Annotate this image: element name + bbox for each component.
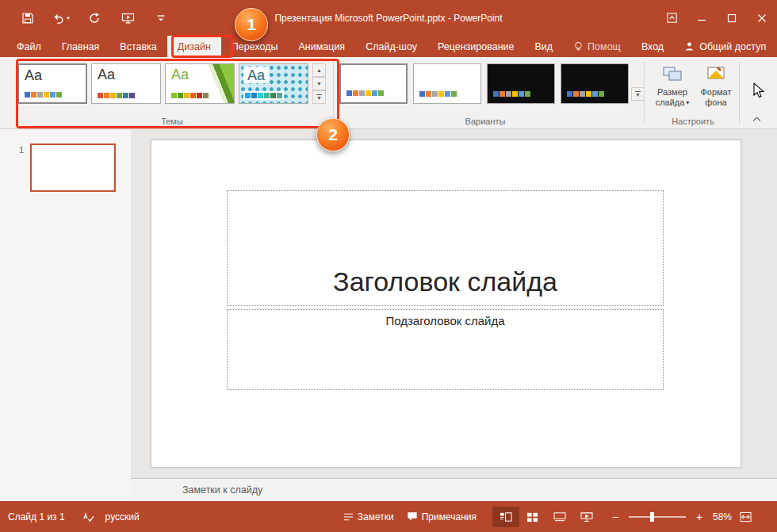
fit-slide-to-window-button[interactable] [740, 511, 752, 522]
zoom-in-button[interactable]: + [692, 511, 706, 523]
variants-group-label: Варианты [339, 117, 631, 126]
tab-view[interactable]: Вид [524, 36, 563, 57]
language-button[interactable]: русский [105, 511, 140, 522]
theme-thumbnail-2[interactable]: Aa [91, 63, 161, 104]
themes-scroll-down-button[interactable]: ▼ [312, 77, 326, 90]
close-icon [757, 13, 767, 23]
title-placeholder-text: Заголовок слайда [333, 266, 557, 297]
maximize-icon [727, 13, 737, 23]
format-background-label-line2: фона [705, 98, 726, 108]
spellcheck-button[interactable] [82, 511, 94, 522]
save-icon [21, 12, 34, 25]
theme-color-swatches [243, 91, 284, 100]
variant-color-swatches [346, 90, 384, 96]
collapse-ribbon-button[interactable] [748, 113, 764, 124]
slide-sorter-view-button[interactable] [519, 507, 546, 527]
normal-view-icon [500, 511, 512, 522]
title-bar: ▾ Презентация Microsoft PowerPoint.pptx … [0, 0, 777, 36]
subtitle-placeholder[interactable]: Подзаголовок слайда [227, 309, 664, 390]
zoom-slider[interactable] [629, 516, 686, 518]
tab-home[interactable]: Главная [52, 36, 110, 57]
slide-counter[interactable]: Слайд 1 из 1 [8, 511, 65, 522]
theme-color-swatches [25, 92, 62, 98]
window-title: Презентация Microsoft PowerPoint.pptx - … [274, 0, 502, 36]
variant-thumbnail-1[interactable] [339, 63, 408, 104]
slide-size-button[interactable]: Размер слайда▾ [651, 62, 694, 121]
slide-size-icon [662, 62, 683, 86]
ribbon-tab-bar: Файл Главная Вставка Дизайн Переходы Ани… [0, 36, 777, 57]
slide-size-label-line2: слайда [656, 98, 685, 108]
undo-icon [52, 12, 65, 25]
minimize-icon [697, 13, 706, 23]
themes-more-button[interactable]: ▼ [312, 90, 326, 104]
share-label: Общий доступ [699, 41, 766, 52]
status-bar: Слайд 1 из 1 русский Заметки Примечания … [0, 501, 777, 532]
variant-thumbnail-2[interactable] [413, 63, 481, 104]
start-from-beginning-button[interactable] [111, 6, 144, 31]
group-separator [739, 61, 740, 124]
annotation-step-2-number: 2 [328, 125, 338, 144]
close-button[interactable] [747, 0, 777, 36]
variants-more-button[interactable]: ▼ [631, 87, 645, 101]
comment-icon [407, 511, 418, 522]
spellcheck-icon [82, 511, 94, 522]
ribbon-display-options-button[interactable] [656, 0, 687, 36]
theme-thumbnail-facet[interactable]: Aa [165, 63, 235, 104]
reading-view-button[interactable] [546, 507, 573, 527]
maximize-button[interactable] [717, 0, 747, 36]
variant-color-swatches [567, 91, 604, 97]
zoom-slider-thumb[interactable] [650, 512, 654, 522]
chevron-up-icon [752, 117, 761, 122]
variant-color-swatches [493, 91, 530, 97]
format-background-button[interactable]: Формат фона [695, 62, 737, 121]
tab-file[interactable]: Файл [6, 36, 52, 57]
tell-me-help[interactable]: Помощ [563, 36, 631, 57]
title-placeholder[interactable]: Заголовок слайда [227, 190, 664, 306]
gallery-more-icon: ▼ [316, 94, 322, 101]
tab-animations[interactable]: Анимация [288, 36, 355, 57]
slideshow-view-button[interactable] [573, 507, 600, 527]
themes-scroll-up-button[interactable]: ▲ [312, 63, 326, 77]
person-icon [684, 41, 695, 52]
sign-in-button[interactable]: Вход [631, 36, 674, 57]
customize-qat-button[interactable] [144, 6, 178, 31]
theme-thumbnail-office[interactable]: Aa [17, 63, 87, 104]
normal-view-button[interactable] [492, 507, 519, 527]
tab-design[interactable]: Дизайн [167, 36, 221, 57]
repeat-icon [88, 12, 101, 25]
slide-canvas[interactable]: Заголовок слайда Подзаголовок слайда [151, 140, 741, 468]
notes-pane[interactable]: Заметки к слайду [131, 478, 777, 501]
undo-button[interactable]: ▾ [44, 6, 78, 31]
zoom-level[interactable]: 58% [713, 511, 732, 522]
minimize-button[interactable] [687, 0, 717, 36]
save-button[interactable] [11, 6, 44, 31]
format-background-icon [706, 62, 726, 86]
annotation-step-1: 1 [235, 8, 268, 41]
share-button[interactable]: Общий доступ [674, 36, 777, 57]
theme-thumbnail-integral[interactable]: Aa [239, 63, 308, 104]
tab-slideshow[interactable]: Слайд-шоу [355, 36, 427, 57]
zoom-out-button[interactable]: − [608, 511, 622, 523]
ribbon-design: Aa Aa Aa Aa ▲ ▼ ▼ Темы [0, 57, 777, 129]
powerpoint-window: ▾ Презентация Microsoft PowerPoint.pptx … [0, 0, 777, 532]
theme-color-swatches [98, 93, 135, 98]
variant-thumbnail-4[interactable] [561, 63, 629, 104]
slide-thumbnail-selected[interactable] [30, 144, 116, 192]
tab-insert[interactable]: Вставка [109, 36, 166, 57]
gallery-more-icon: ▼ [635, 91, 641, 98]
quick-access-toolbar: ▾ [11, 0, 178, 36]
editing-area: Заголовок слайда Подзаголовок слайда [131, 129, 777, 478]
scroll-up-icon: ▲ [316, 67, 322, 73]
customize-qat-icon [155, 13, 166, 24]
notes-placeholder: Заметки к слайду [182, 484, 262, 496]
repeat-button[interactable] [78, 6, 111, 31]
comments-toggle-button[interactable]: Примечания [407, 511, 477, 522]
slideshow-view-icon [580, 511, 593, 522]
theme-aa-sample: Aa [92, 64, 115, 82]
format-background-label-line1: Формат [700, 87, 731, 98]
notes-icon [343, 512, 354, 522]
tab-review[interactable]: Рецензирование [427, 36, 525, 57]
notes-toggle-button[interactable]: Заметки [343, 511, 394, 522]
undo-dropdown-caret-icon[interactable]: ▾ [67, 15, 70, 21]
variant-thumbnail-3[interactable] [487, 63, 555, 104]
